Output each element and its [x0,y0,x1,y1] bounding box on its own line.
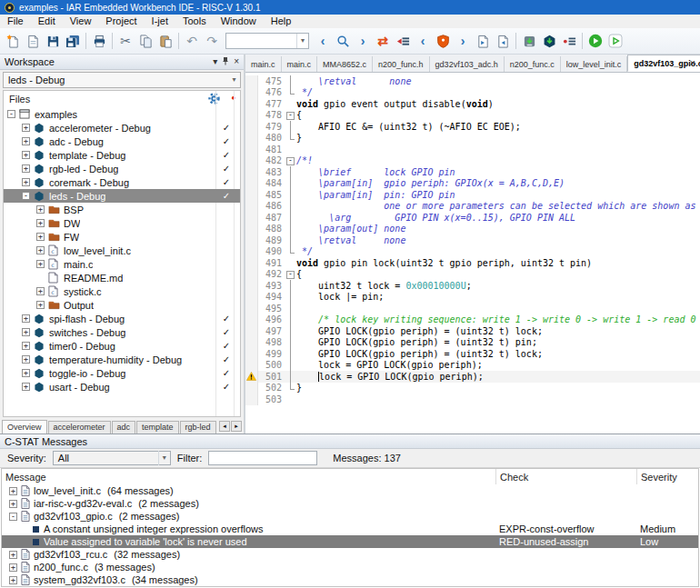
code-line[interactable]: 475 \retval none [245,75,700,87]
workspace-tab-accelerometer[interactable]: accelerometer [48,421,111,434]
download-flash-button[interactable] [519,31,539,51]
open-doc-button[interactable] [23,31,43,51]
editor-tab-mma8652-c-2[interactable]: MMA8652.c [317,56,373,72]
cstat-shield-button[interactable] [433,31,453,51]
code-line[interactable]: 496 /* lock key writing sequence: write … [245,314,700,326]
code-editor-area[interactable]: 475 \retval none476 */477void gpio_event… [245,73,700,434]
column-header-check[interactable]: Check [495,469,636,484]
editor-tab-main-c-1[interactable]: main.c [282,56,318,72]
close-icon[interactable]: × [234,57,239,66]
search-combo[interactable]: ▾ [225,33,309,49]
cstat-row-gd32vf103-rcu-c[interactable]: +gd32vf103_rcu.c(32 messages) [2,548,698,561]
tree-item-low-level-init-c[interactable]: +clow_level_init.c [4,244,240,257]
tree-item-toggle-io-debug[interactable]: +toggle-io - Debug✓ [4,366,240,380]
chevron-down-icon[interactable]: ▾ [296,34,308,48]
cstat-row-iar-risc-v-gd32v-eval-c[interactable]: +iar-risc-v-gd32v-eval.c(2 messages) [2,497,698,510]
editor-tab-low-level-init-c-6[interactable]: low_level_init.c [561,56,628,72]
workspace-tab-template[interactable]: template [136,421,179,434]
nav-back-button[interactable]: ‹ [313,31,333,51]
message-list-button[interactable] [559,31,579,51]
menu-item-tools[interactable]: Tools [175,15,214,28]
code-line[interactable]: 492-{ [245,269,700,281]
debug-button[interactable] [605,31,625,51]
tree-expander-icon[interactable]: + [36,233,45,241]
code-line[interactable]: 502} [245,383,700,394]
tree-expander-icon[interactable]: + [9,551,17,559]
pin-icon[interactable] [222,56,229,67]
fold-collapse-icon[interactable]: - [286,157,295,165]
tree-item-adc-debug[interactable]: +adc - Debug✓ [4,135,240,148]
column-header-message[interactable]: Message [2,472,495,483]
code-line[interactable]: 484 \param[in] gpio_periph: GPIOx(x = A,… [245,178,700,190]
code-line[interactable]: 500 lock = GPIO_LOCK(gpio_periph); [245,360,700,372]
files-column-header[interactable]: Files ● [4,91,240,107]
severity-dropdown[interactable]: All ▾ [53,451,171,465]
code-line[interactable]: 494 lock |= pin; [245,292,700,304]
menu-item-edit[interactable]: Edit [31,15,63,28]
paste-button[interactable] [155,31,175,51]
code-line[interactable]: 479 AFIO_EC &= (uint32_t) (~AFIO_EC_EOE)… [245,121,700,133]
code-line[interactable]: 477void gpio_event_output_disable(void) [245,98,700,110]
code-line[interactable]: 483 \brief lock GPIO pin [245,166,700,178]
fold-collapse-icon[interactable]: - [286,112,295,120]
filter-input[interactable] [208,451,317,465]
tree-expander-icon[interactable]: + [36,301,45,309]
tree-expander-icon[interactable]: + [22,178,30,186]
tree-item-timer0-debug[interactable]: +timer0 - Debug✓ [4,339,240,353]
tree-expander-icon[interactable]: + [22,383,30,391]
menu-item-i-jet[interactable]: I-jet [145,15,175,28]
cstat-row-n200-func-c[interactable]: +n200_func.c(3 messages) [2,561,698,573]
editor-tab-gd32vf103-adc-h-4[interactable]: gd32vf103_adc.h [430,56,505,72]
code-line[interactable]: 487 \arg GPIO_PIN_x(x=0..15), GPIO_PIN_A… [245,212,700,224]
next-doc-button[interactable] [493,31,513,51]
workspace-config-dropdown[interactable]: leds - Debug ▾ [3,72,241,88]
redo-button[interactable]: ↷ [202,31,222,51]
prev-chevron-button[interactable]: ‹ [413,31,433,51]
tree-expander-icon[interactable]: + [22,124,30,132]
tree-item-output[interactable]: +Output [4,298,240,312]
new-doc-button[interactable] [3,31,23,51]
save-button[interactable] [43,31,63,51]
cstat-row-value-assigned-to-variable-lock-is-never-used[interactable]: Value assigned to variable 'lock' is nev… [2,535,698,548]
tree-item-switches-debug[interactable]: +switches - Debug✓ [4,325,240,339]
menu-item-file[interactable]: File [0,15,31,28]
print-button[interactable] [89,31,109,51]
workspace-tab-rgb-led[interactable]: rgb-led [180,421,216,434]
undo-button[interactable]: ↶ [182,31,202,51]
tree-expander-icon[interactable]: + [22,164,30,173]
tree-expander-icon[interactable]: + [9,576,17,584]
menu-item-project[interactable]: Project [98,15,144,28]
tree-item-bsp[interactable]: +BSP [4,203,240,216]
code-line[interactable]: 501 lock = GPIO_LOCK(gpio_periph); [245,371,700,383]
copy-button[interactable] [135,31,155,51]
tree-item-readme-md[interactable]: README.md [4,271,240,284]
code-line[interactable]: 495 [245,303,700,314]
tree-item-template-debug[interactable]: +template - Debug✓ [4,148,240,162]
menu-item-view[interactable]: View [63,15,99,28]
next-chevron-button[interactable]: › [453,31,473,51]
tree-item-examples[interactable]: -examples [4,107,240,121]
tree-item-fw[interactable]: +FW [4,230,240,244]
code-line[interactable]: 480} [245,133,700,145]
tree-expander-icon[interactable]: + [22,137,30,145]
tree-expander-icon[interactable]: + [36,260,45,268]
tree-expander-icon[interactable]: + [9,563,17,572]
swap-trace-button[interactable]: ⇄ [373,31,393,51]
tree-item-systick-c[interactable]: +csystick.c [4,284,240,298]
tree-item-accelerometer-debug[interactable]: +accelerometer - Debug✓ [4,121,240,135]
cstat-row-gd32vf103-gpio-c[interactable]: -gd32vf103_gpio.c(2 messages) [2,510,698,523]
menu-item-help[interactable]: Help [264,15,299,28]
tree-expander-icon[interactable]: + [22,328,30,336]
code-line[interactable]: 497 GPIO_LOCK(gpio_periph) = (uint32_t) … [245,325,700,337]
scroll-right-icon[interactable]: ▸ [231,421,242,432]
tree-expander-icon[interactable]: + [9,487,17,495]
editor-tab-n200-func-h-3[interactable]: n200_func.h [373,56,430,72]
code-line[interactable]: 482-/*! [245,155,700,167]
tree-item-usart-debug[interactable]: +usart - Debug✓ [4,380,240,394]
tree-expander-icon[interactable]: + [36,219,45,227]
cstat-row-a-constant-unsigned-integer-expression-overflows[interactable]: A constant unsigned integer expression o… [2,523,698,535]
code-line[interactable]: 489 \retval none [245,234,700,246]
menu-item-window[interactable]: Window [214,15,264,28]
tree-expander-icon[interactable]: - [22,192,30,200]
editor-tab-main-c-0[interactable]: main.c [245,56,282,72]
